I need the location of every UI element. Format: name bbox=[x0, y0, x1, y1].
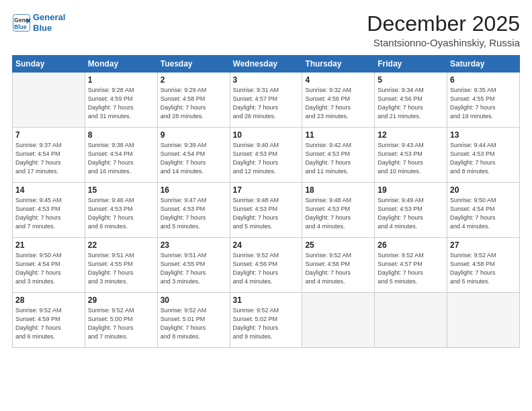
calendar-cell: 6Sunrise: 9:35 AM Sunset: 4:55 PM Daylig… bbox=[447, 73, 520, 128]
day-number: 22 bbox=[88, 240, 154, 250]
day-number: 3 bbox=[233, 75, 300, 85]
day-number: 13 bbox=[450, 130, 517, 140]
calendar-cell bbox=[447, 293, 520, 348]
day-info: Sunrise: 9:39 AM Sunset: 4:54 PM Dayligh… bbox=[161, 141, 227, 176]
day-info: Sunrise: 9:52 AM Sunset: 4:56 PM Dayligh… bbox=[233, 251, 300, 286]
week-row-1: 1Sunrise: 9:28 AM Sunset: 4:59 PM Daylig… bbox=[13, 73, 520, 128]
calendar-cell: 1Sunrise: 9:28 AM Sunset: 4:59 PM Daylig… bbox=[85, 73, 157, 128]
day-info: Sunrise: 9:31 AM Sunset: 4:57 PM Dayligh… bbox=[233, 86, 300, 121]
day-number: 11 bbox=[305, 130, 371, 140]
calendar-table: SundayMondayTuesdayWednesdayThursdayFrid… bbox=[12, 55, 520, 348]
day-info: Sunrise: 9:48 AM Sunset: 4:53 PM Dayligh… bbox=[233, 196, 300, 231]
day-info: Sunrise: 9:50 AM Sunset: 4:54 PM Dayligh… bbox=[15, 251, 82, 286]
day-number: 12 bbox=[378, 130, 444, 140]
calendar-cell: 12Sunrise: 9:43 AM Sunset: 4:53 PM Dayli… bbox=[375, 128, 447, 183]
day-number: 31 bbox=[233, 295, 300, 305]
day-info: Sunrise: 9:38 AM Sunset: 4:54 PM Dayligh… bbox=[88, 141, 154, 176]
day-info: Sunrise: 9:52 AM Sunset: 5:01 PM Dayligh… bbox=[161, 306, 227, 341]
calendar-cell: 26Sunrise: 9:52 AM Sunset: 4:57 PM Dayli… bbox=[375, 238, 447, 293]
day-number: 10 bbox=[233, 130, 300, 140]
month-title: December 2025 bbox=[367, 12, 520, 36]
calendar-cell: 13Sunrise: 9:44 AM Sunset: 4:53 PM Dayli… bbox=[447, 128, 520, 183]
calendar-cell bbox=[13, 73, 85, 128]
weekday-header-monday: Monday bbox=[85, 56, 157, 73]
day-info: Sunrise: 9:40 AM Sunset: 4:53 PM Dayligh… bbox=[233, 141, 300, 176]
weekday-header-row: SundayMondayTuesdayWednesdayThursdayFrid… bbox=[13, 56, 520, 73]
location-title: Stantsionno-Oyashinskiy, Russia bbox=[367, 37, 520, 48]
calendar-cell: 28Sunrise: 9:52 AM Sunset: 4:59 PM Dayli… bbox=[13, 293, 85, 348]
day-info: Sunrise: 9:52 AM Sunset: 4:56 PM Dayligh… bbox=[305, 251, 371, 286]
day-info: Sunrise: 9:52 AM Sunset: 4:58 PM Dayligh… bbox=[450, 251, 517, 286]
day-number: 2 bbox=[161, 75, 227, 85]
weekday-header-saturday: Saturday bbox=[447, 56, 520, 73]
calendar-cell: 11Sunrise: 9:42 AM Sunset: 4:53 PM Dayli… bbox=[302, 128, 375, 183]
calendar-cell bbox=[302, 293, 375, 348]
day-info: Sunrise: 9:52 AM Sunset: 5:02 PM Dayligh… bbox=[233, 306, 300, 341]
week-row-2: 7Sunrise: 9:37 AM Sunset: 4:54 PM Daylig… bbox=[13, 128, 520, 183]
svg-text:Blue: Blue bbox=[14, 23, 27, 30]
calendar-cell: 5Sunrise: 9:34 AM Sunset: 4:56 PM Daylig… bbox=[375, 73, 447, 128]
calendar-cell bbox=[375, 293, 447, 348]
day-info: Sunrise: 9:45 AM Sunset: 4:53 PM Dayligh… bbox=[15, 196, 82, 231]
calendar-cell: 3Sunrise: 9:31 AM Sunset: 4:57 PM Daylig… bbox=[230, 73, 302, 128]
day-info: Sunrise: 9:51 AM Sunset: 4:55 PM Dayligh… bbox=[161, 251, 227, 286]
day-number: 14 bbox=[15, 185, 82, 195]
calendar-cell: 20Sunrise: 9:50 AM Sunset: 4:54 PM Dayli… bbox=[447, 183, 520, 238]
day-info: Sunrise: 9:29 AM Sunset: 4:58 PM Dayligh… bbox=[161, 86, 227, 121]
calendar-cell: 29Sunrise: 9:52 AM Sunset: 5:00 PM Dayli… bbox=[85, 293, 157, 348]
calendar-cell: 24Sunrise: 9:52 AM Sunset: 4:56 PM Dayli… bbox=[230, 238, 302, 293]
day-info: Sunrise: 9:28 AM Sunset: 4:59 PM Dayligh… bbox=[88, 86, 154, 121]
calendar-cell: 15Sunrise: 9:46 AM Sunset: 4:53 PM Dayli… bbox=[85, 183, 157, 238]
day-info: Sunrise: 9:52 AM Sunset: 4:59 PM Dayligh… bbox=[15, 306, 82, 341]
day-number: 8 bbox=[88, 130, 154, 140]
day-number: 9 bbox=[161, 130, 227, 140]
weekday-header-sunday: Sunday bbox=[13, 56, 85, 73]
day-number: 30 bbox=[161, 295, 227, 305]
day-number: 21 bbox=[15, 240, 82, 250]
calendar-cell: 31Sunrise: 9:52 AM Sunset: 5:02 PM Dayli… bbox=[230, 293, 302, 348]
week-row-4: 21Sunrise: 9:50 AM Sunset: 4:54 PM Dayli… bbox=[13, 238, 520, 293]
week-row-3: 14Sunrise: 9:45 AM Sunset: 4:53 PM Dayli… bbox=[13, 183, 520, 238]
day-info: Sunrise: 9:52 AM Sunset: 5:00 PM Dayligh… bbox=[88, 306, 154, 341]
calendar-cell: 23Sunrise: 9:51 AM Sunset: 4:55 PM Dayli… bbox=[157, 238, 230, 293]
day-number: 18 bbox=[305, 185, 371, 195]
calendar-cell: 9Sunrise: 9:39 AM Sunset: 4:54 PM Daylig… bbox=[157, 128, 230, 183]
day-info: Sunrise: 9:52 AM Sunset: 4:57 PM Dayligh… bbox=[378, 251, 444, 286]
day-info: Sunrise: 9:49 AM Sunset: 4:53 PM Dayligh… bbox=[378, 196, 444, 231]
day-number: 6 bbox=[450, 75, 517, 85]
weekday-header-wednesday: Wednesday bbox=[230, 56, 302, 73]
day-number: 29 bbox=[88, 295, 154, 305]
title-block: December 2025 Stantsionno-Oyashinskiy, R… bbox=[367, 12, 520, 48]
day-info: Sunrise: 9:35 AM Sunset: 4:55 PM Dayligh… bbox=[450, 86, 517, 121]
day-info: Sunrise: 9:32 AM Sunset: 4:56 PM Dayligh… bbox=[305, 86, 371, 121]
day-info: Sunrise: 9:50 AM Sunset: 4:54 PM Dayligh… bbox=[450, 196, 517, 231]
logo: General Blue GeneralBlue bbox=[12, 12, 65, 33]
day-info: Sunrise: 9:47 AM Sunset: 4:53 PM Dayligh… bbox=[161, 196, 227, 231]
day-number: 5 bbox=[378, 75, 444, 85]
day-info: Sunrise: 9:46 AM Sunset: 4:53 PM Dayligh… bbox=[88, 196, 154, 231]
weekday-header-thursday: Thursday bbox=[302, 56, 375, 73]
calendar-cell: 22Sunrise: 9:51 AM Sunset: 4:55 PM Dayli… bbox=[85, 238, 157, 293]
day-number: 1 bbox=[88, 75, 154, 85]
day-number: 15 bbox=[88, 185, 154, 195]
day-number: 20 bbox=[450, 185, 517, 195]
day-number: 25 bbox=[305, 240, 371, 250]
calendar-cell: 8Sunrise: 9:38 AM Sunset: 4:54 PM Daylig… bbox=[85, 128, 157, 183]
day-info: Sunrise: 9:34 AM Sunset: 4:56 PM Dayligh… bbox=[378, 86, 444, 121]
day-number: 26 bbox=[378, 240, 444, 250]
day-number: 19 bbox=[378, 185, 444, 195]
calendar-cell: 2Sunrise: 9:29 AM Sunset: 4:58 PM Daylig… bbox=[157, 73, 230, 128]
day-number: 4 bbox=[305, 75, 371, 85]
logo-text: GeneralBlue bbox=[33, 12, 65, 33]
day-number: 23 bbox=[161, 240, 227, 250]
logo-icon: General Blue bbox=[12, 13, 31, 32]
calendar-cell: 18Sunrise: 9:48 AM Sunset: 4:53 PM Dayli… bbox=[302, 183, 375, 238]
day-info: Sunrise: 9:42 AM Sunset: 4:53 PM Dayligh… bbox=[305, 141, 371, 176]
day-info: Sunrise: 9:44 AM Sunset: 4:53 PM Dayligh… bbox=[450, 141, 517, 176]
weekday-header-tuesday: Tuesday bbox=[157, 56, 230, 73]
calendar-cell: 30Sunrise: 9:52 AM Sunset: 5:01 PM Dayli… bbox=[157, 293, 230, 348]
day-number: 28 bbox=[15, 295, 82, 305]
calendar-cell: 25Sunrise: 9:52 AM Sunset: 4:56 PM Dayli… bbox=[302, 238, 375, 293]
day-info: Sunrise: 9:37 AM Sunset: 4:54 PM Dayligh… bbox=[15, 141, 82, 176]
calendar-cell: 17Sunrise: 9:48 AM Sunset: 4:53 PM Dayli… bbox=[230, 183, 302, 238]
